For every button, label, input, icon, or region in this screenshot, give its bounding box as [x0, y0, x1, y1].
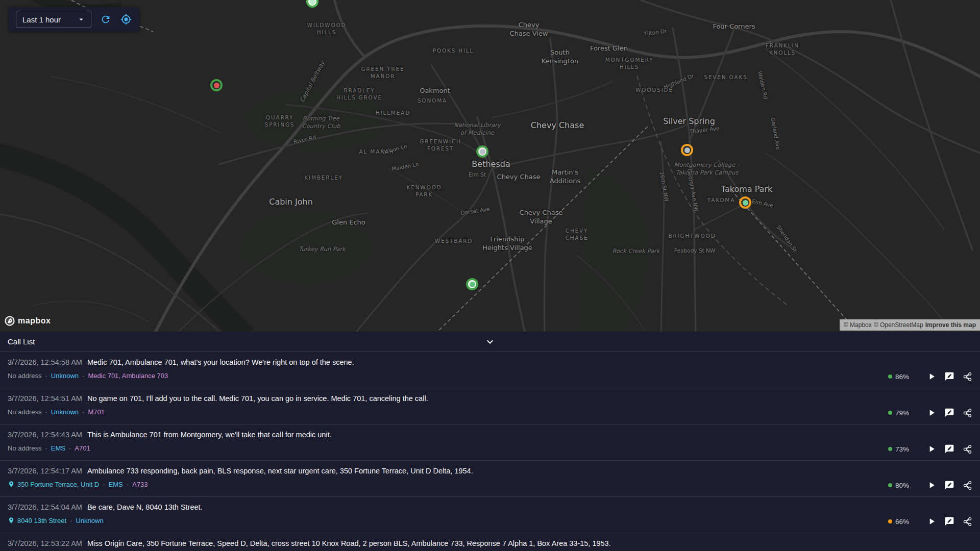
call-transcript-text: Miss Origin Care, 350 Fortune Terrace, S…: [87, 539, 611, 547]
rate-transcript-button[interactable]: [944, 516, 955, 527]
locate-button[interactable]: [120, 13, 132, 26]
incident-marker-core: [480, 149, 485, 155]
map-attribution: © Mapbox © OpenStreetMap Improve this ma…: [840, 319, 980, 331]
call-category-tag[interactable]: Unknown: [51, 372, 79, 380]
call-list-title: Call List: [8, 337, 35, 346]
play-audio-button[interactable]: [926, 443, 937, 455]
call-address[interactable]: 8040 13th Street: [17, 517, 66, 524]
call-meta: 350 Fortune Terrace, Unit D · EMS · A733: [8, 481, 148, 488]
call-units-tag[interactable]: A701: [75, 444, 90, 452]
call-category-tag[interactable]: EMS: [51, 444, 65, 452]
confidence-dot: [888, 519, 892, 523]
incident-marker[interactable]: [681, 144, 693, 156]
attribution-osm-link[interactable]: © OpenStreetMap: [874, 321, 923, 329]
confidence-dot: [888, 447, 892, 451]
incident-marker-ring: [308, 0, 316, 6]
mapbox-logo[interactable]: mapbox: [4, 315, 51, 327]
rate-transcript-button[interactable]: [944, 371, 955, 382]
call-list-item[interactable]: 3/7/2026, 12:54:58 AMMedic 701, Ambulanc…: [0, 352, 980, 388]
call-transcript-text: Medic 701, Ambulance 701, what's your lo…: [87, 358, 354, 366]
meta-separator: ·: [45, 444, 47, 452]
rate-transcript-button[interactable]: [944, 443, 955, 455]
time-range-select[interactable]: Last 1 hour: [16, 11, 91, 28]
map-canvas[interactable]: WILDWOOD HILLSChevy Chase ViewFour Corne…: [0, 0, 980, 332]
play-icon: [926, 444, 937, 454]
call-units-tag[interactable]: M701: [88, 408, 105, 416]
call-list-item[interactable]: 3/7/2026, 12:54:51 AMNo game on 701, I'l…: [0, 388, 980, 424]
call-meta: No address · Unknown · Medic 701, Ambula…: [8, 372, 168, 380]
call-list-item[interactable]: 3/7/2026, 12:53:22 AMMiss Origin Care, 3…: [0, 533, 980, 551]
incident-marker-ring: [741, 198, 749, 207]
call-transcript-text: Be care, Dave N, 8040 13th Street.: [87, 503, 203, 511]
share-icon: [963, 481, 972, 490]
meta-separator: ·: [127, 481, 129, 488]
collapse-call-list-button[interactable]: [484, 336, 496, 348]
incident-marker[interactable]: [739, 196, 751, 209]
share-icon: [963, 444, 972, 454]
call-category-tag[interactable]: Unknown: [51, 408, 79, 416]
meta-separator: ·: [45, 408, 47, 416]
improve-map-link[interactable]: Improve this map: [925, 321, 976, 329]
incident-marker-ring: [468, 280, 476, 288]
call-controls: 80%: [888, 479, 973, 491]
dropdown-caret-icon: [77, 15, 86, 24]
incident-marker[interactable]: [466, 278, 478, 290]
confidence-value: 86%: [895, 373, 909, 381]
rate-transcript-button[interactable]: [944, 480, 955, 491]
incident-marker-ring: [478, 147, 486, 156]
location-pin-icon: [8, 481, 15, 488]
call-units-tag[interactable]: A733: [132, 481, 148, 488]
refresh-icon: [100, 14, 111, 25]
confidence-dot: [888, 483, 892, 487]
play-icon: [926, 480, 937, 490]
share-call-button[interactable]: [962, 480, 973, 491]
incident-marker[interactable]: [210, 79, 223, 91]
confidence-value: 73%: [895, 445, 909, 453]
call-address[interactable]: No address: [8, 444, 41, 452]
mapbox-logo-icon: [4, 315, 15, 327]
confidence-dot: [888, 374, 892, 379]
call-transcript-text: Ambulance 733 responding, back pain, BLS…: [87, 467, 473, 475]
play-audio-button[interactable]: [926, 371, 937, 382]
call-address[interactable]: No address: [8, 372, 41, 380]
map-roads: [0, 0, 980, 332]
call-address[interactable]: 350 Fortune Terrace, Unit D: [17, 481, 99, 488]
call-list-item[interactable]: 3/7/2026, 12:54:17 AMAmbulance 733 respo…: [0, 461, 980, 497]
rate-review-icon: [944, 444, 954, 454]
play-audio-button[interactable]: [926, 480, 937, 491]
meta-separator: ·: [82, 372, 84, 380]
call-address[interactable]: No address: [8, 408, 41, 416]
play-audio-button[interactable]: [926, 516, 937, 527]
incident-marker[interactable]: [476, 145, 488, 158]
confidence-value: 80%: [895, 482, 909, 489]
share-icon: [963, 372, 972, 382]
call-timestamp: 3/7/2026, 12:54:17 AM: [8, 467, 82, 475]
share-call-button[interactable]: [962, 443, 973, 455]
confidence-value: 79%: [895, 409, 909, 417]
call-category-tag[interactable]: Unknown: [76, 517, 103, 524]
attribution-mapbox-link[interactable]: © Mapbox: [844, 321, 872, 329]
call-timestamp: 3/7/2026, 12:53:22 AM: [8, 539, 82, 547]
call-category-tag[interactable]: EMS: [109, 481, 123, 488]
share-call-button[interactable]: [962, 407, 973, 418]
share-call-button[interactable]: [962, 516, 973, 527]
call-controls: 73%: [888, 443, 973, 455]
refresh-button[interactable]: [100, 13, 112, 26]
incident-marker-core: [310, 0, 315, 5]
call-meta: No address · EMS · A701: [8, 444, 90, 452]
share-call-button[interactable]: [962, 371, 973, 382]
incident-marker-core: [470, 282, 475, 287]
call-list-item[interactable]: 3/7/2026, 12:54:43 AMThis is Ambulance 7…: [0, 424, 980, 461]
incident-marker-ring: [212, 81, 220, 89]
call-units-tag[interactable]: Medic 701, Ambulance 703: [88, 372, 168, 380]
meta-separator: ·: [45, 372, 47, 380]
share-icon: [963, 517, 972, 527]
call-controls: 66%: [888, 515, 973, 528]
meta-separator: ·: [69, 444, 71, 452]
call-list-item[interactable]: 3/7/2026, 12:54:04 AMBe care, Dave N, 80…: [0, 497, 980, 533]
call-rows: 3/7/2026, 12:54:58 AMMedic 701, Ambulanc…: [0, 352, 980, 551]
rate-transcript-button[interactable]: [944, 407, 955, 418]
meta-separator: ·: [82, 408, 84, 416]
play-audio-button[interactable]: [926, 407, 937, 418]
call-transcript-text: No game on 701, I'll add you to the call…: [87, 394, 428, 403]
